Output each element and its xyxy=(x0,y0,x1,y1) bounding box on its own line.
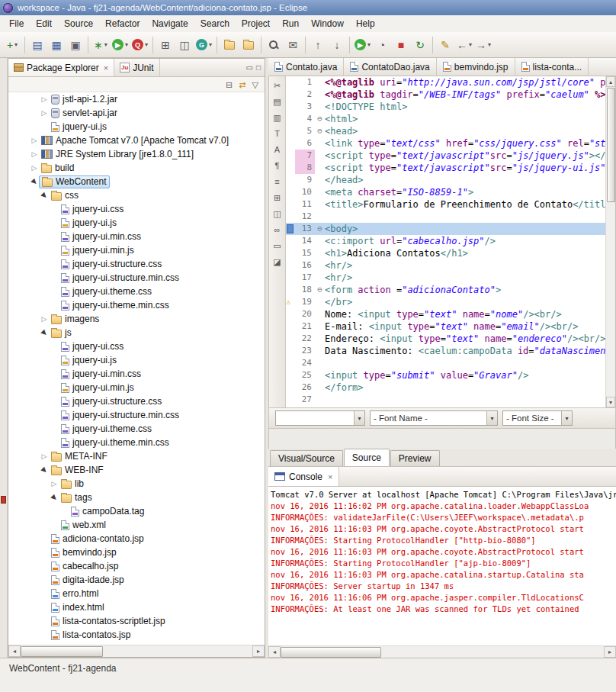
tree-item-jquery-ui-js[interactable]: jquery-ui.js xyxy=(8,353,265,367)
new-java-project-button[interactable]: ⊞ xyxy=(156,36,175,54)
tab-console[interactable]: Console xyxy=(268,467,339,486)
twisty-icon[interactable] xyxy=(30,137,39,144)
tree-item-web-xml[interactable]: web.xml xyxy=(8,518,265,532)
editor-tab-lista-conta[interactable]: lista-conta... xyxy=(515,58,589,76)
external-tools-button[interactable]: Q▾ xyxy=(130,36,149,54)
code-line-12[interactable]: 12 xyxy=(286,211,605,223)
code-line-27[interactable]: 27 xyxy=(286,394,605,406)
code-line-1[interactable]: 1<%@taglib uri="http://java.sun.com/jsp/… xyxy=(286,76,605,89)
scrollbar-thumb[interactable] xyxy=(281,647,381,658)
scrollbar-thumb[interactable] xyxy=(21,646,103,657)
link-with-editor-icon[interactable]: ⇄ xyxy=(239,78,245,92)
tree-item-jquery-ui-min-css[interactable]: jquery-ui.min.css xyxy=(8,367,265,381)
horizontal-scrollbar[interactable] xyxy=(268,645,616,658)
chevron-down-icon[interactable] xyxy=(486,411,497,425)
tree-item-meta-inf[interactable]: META-INF xyxy=(8,449,265,463)
forward-button[interactable]: →▾ xyxy=(474,36,492,54)
search-button[interactable] xyxy=(265,36,283,54)
tree-item-webcontent[interactable]: WebContent xyxy=(8,175,265,188)
tree-item-tags[interactable]: tags xyxy=(8,491,265,504)
tab-junit[interactable]: JUnit xyxy=(114,59,159,76)
twisty-icon[interactable] xyxy=(40,329,49,336)
chevron-down-icon[interactable] xyxy=(354,411,364,425)
restart-button[interactable]: ↻ xyxy=(411,36,429,54)
tree-item-jquery-ui-structure-css[interactable]: jquery-ui.structure.css xyxy=(8,394,265,408)
tree-item-js[interactable]: js xyxy=(8,326,265,340)
scroll-right-icon[interactable] xyxy=(252,645,265,657)
editor-page-tab-source[interactable]: Source xyxy=(344,449,390,466)
debug-button[interactable]: ∗▾ xyxy=(91,36,110,54)
scroll-track[interactable] xyxy=(381,646,604,658)
image-icon[interactable]: ◫ xyxy=(271,207,284,220)
tree-item-adiciona-contato-jsp[interactable]: adiciona-contato.jsp xyxy=(8,532,265,546)
close-icon[interactable] xyxy=(104,63,108,72)
twisty-icon[interactable] xyxy=(30,164,39,172)
font-size-combo[interactable]: - Font Size - xyxy=(502,410,573,426)
editor-tab-contato-java[interactable]: Contato.java xyxy=(268,58,344,76)
twisty-icon[interactable] xyxy=(40,452,49,460)
list-icon[interactable]: ≡ xyxy=(271,175,284,188)
last-edit-location-button[interactable]: ✎ xyxy=(436,36,454,54)
horizontal-scrollbar[interactable] xyxy=(8,645,265,657)
menu-window[interactable]: Window xyxy=(305,15,350,32)
font-name-combo[interactable]: - Font Name - xyxy=(370,410,498,426)
twisty-icon[interactable] xyxy=(40,109,49,117)
code-line-19[interactable]: 19</br> xyxy=(286,296,605,308)
code-line-2[interactable]: 2<%@taglib tagdir="/WEB-INF/tags" prefix… xyxy=(286,89,605,101)
twisty-icon[interactable] xyxy=(40,192,49,199)
menu-project[interactable]: Project xyxy=(236,15,276,32)
previous-annotation-button[interactable]: ↑ xyxy=(309,36,327,54)
tree-item-jquery-ui-min-css[interactable]: jquery-ui.min.css xyxy=(8,230,265,243)
code-line-14[interactable]: 14<c:import url="cabecalho.jsp"/> xyxy=(286,235,605,247)
table-icon[interactable]: ⊞ xyxy=(271,191,284,204)
run-button[interactable]: ▶▾ xyxy=(111,36,130,54)
code-line-25[interactable]: 25<input type="submit" value="Gravar"/> xyxy=(286,369,605,381)
menu-search[interactable]: Search xyxy=(194,15,236,32)
editor-tab-bemvindo-jsp[interactable]: bemvindo.jsp xyxy=(437,58,515,76)
style-combo[interactable] xyxy=(275,410,365,426)
fold-collapse-icon[interactable]: ⊖ xyxy=(315,125,325,137)
form-icon[interactable]: ◪ xyxy=(271,255,284,269)
code-line-22[interactable]: 22Endereço: <input type="text" name="end… xyxy=(286,333,605,345)
tree-item-jquery-ui-theme-css[interactable]: jquery-ui.theme.css xyxy=(8,285,265,298)
tree-item-jquery-ui-js[interactable]: jquery-ui.js xyxy=(8,216,265,230)
tree-item-jstl-api-1-2-jar[interactable]: jstl-api-1.2.jar xyxy=(8,92,265,106)
source-code[interactable]: 1<%@taglib uri="http://java.sun.com/jsp/… xyxy=(286,76,605,407)
code-line-11[interactable]: 11<title>Formulario de Preenchimento de … xyxy=(286,198,605,211)
twisty-icon[interactable] xyxy=(30,178,39,185)
tree-item-jquery-ui-theme-css[interactable]: jquery-ui.theme.css xyxy=(8,422,265,436)
new-wizard-button[interactable]: +▾ xyxy=(3,36,21,54)
menu-file[interactable]: File xyxy=(3,15,30,32)
tree-item-servlet-api-jar[interactable]: servlet-api.jar xyxy=(8,106,265,120)
open-file-folder-button[interactable] xyxy=(239,36,258,54)
code-line-3[interactable]: 3<!DOCTYPE html> xyxy=(286,101,605,113)
scroll-down-icon[interactable] xyxy=(606,397,615,407)
tree-item-apache-tomcat-v7-0-apache-tomcat-v7-0[interactable]: Apache Tomcat v7.0 [Apache Tomcat v7.0] xyxy=(8,134,265,147)
tree-item-jre-system-library-jre1-8-0-111[interactable]: JRE System Library [jre1.8.0_111] xyxy=(8,147,265,161)
tree-item-bemvindo-jsp[interactable]: bemvindo.jsp xyxy=(8,546,265,559)
editor-page-tab-preview[interactable]: Preview xyxy=(390,450,440,466)
menu-refactor[interactable]: Refactor xyxy=(99,15,146,32)
collapse-all-icon[interactable]: ⊟ xyxy=(226,78,233,92)
menu-run[interactable]: Run xyxy=(276,15,305,32)
font-icon[interactable]: A xyxy=(271,143,284,156)
twisty-icon[interactable] xyxy=(50,480,59,488)
profile-button[interactable]: ◔ xyxy=(373,36,391,54)
editor-tab-contatodao-java[interactable]: ContatoDao.java xyxy=(344,58,436,76)
chevron-down-icon[interactable] xyxy=(561,411,572,425)
code-line-23[interactable]: 23Data Nascimento: <caelum:campoData id=… xyxy=(286,345,605,357)
tree-item-jquery-ui-css[interactable]: jquery-ui.css xyxy=(8,340,265,353)
minimized-view-icon[interactable] xyxy=(1,496,6,504)
tree-item-jquery-ui-structure-min-css[interactable]: jquery-ui.structure.min.css xyxy=(8,271,265,285)
code-line-15[interactable]: 15<h1>Adiciona Contatos</h1> xyxy=(286,247,605,259)
tree-item-css[interactable]: css xyxy=(8,188,265,202)
tab-package-explorer[interactable]: Package Explorer xyxy=(8,59,114,76)
new-package-button[interactable]: ◫ xyxy=(175,36,194,54)
tree-item-erro-html[interactable]: erro.html xyxy=(8,587,265,600)
tree-item-jquery-ui-min-js[interactable]: jquery-ui.min.js xyxy=(8,381,265,394)
code-line-18[interactable]: 18⊖<form action ="adicionaContato"> xyxy=(286,284,605,296)
code-line-16[interactable]: 16<hr/> xyxy=(286,259,605,272)
new-class-button[interactable]: G▾ xyxy=(194,36,213,54)
tree-item-lista-contatos-jsp[interactable]: lista-contatos.jsp xyxy=(8,628,265,642)
link-icon[interactable]: ∞ xyxy=(271,223,284,237)
